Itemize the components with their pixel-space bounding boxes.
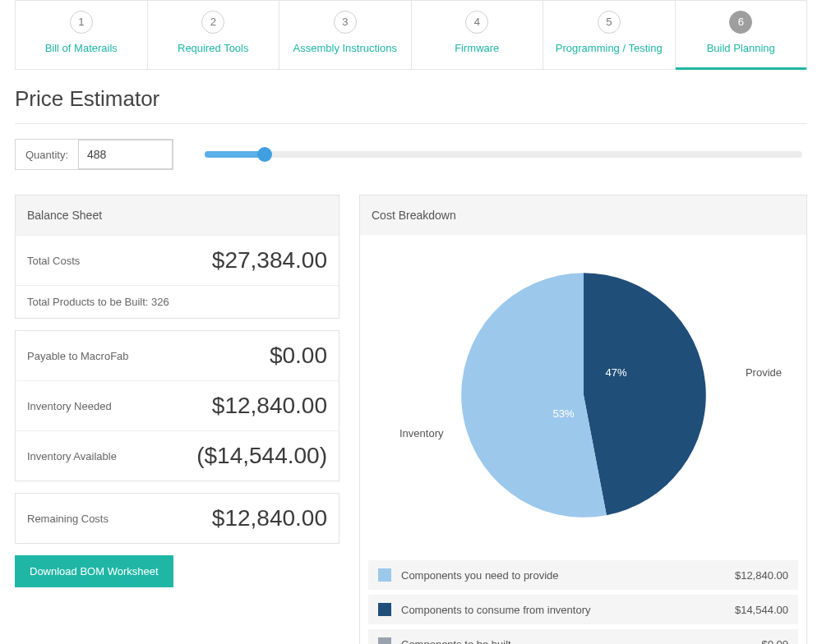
value: $12,840.00 [212,393,327,419]
label: Inventory Available [27,450,117,462]
legend-label: Components you need to provide [401,569,735,582]
download-bom-button[interactable]: Download BOM Worksheet [15,555,173,587]
legend-swatch [378,568,391,582]
step-number: 4 [465,11,488,34]
legend-row-built: Components to be built $0.00 [368,629,798,644]
tab-label: Required Tools [151,42,276,54]
payable-card: Payable to MacroFab $0.00 Inventory Need… [15,330,339,481]
divider [15,123,807,124]
quantity-input[interactable] [78,140,173,169]
quantity-box: Quantity: [15,139,173,170]
row-total-costs: Total Costs $27,384.00 [16,235,339,285]
cost-breakdown-card: Cost Breakdown 53% 47% Inventory Provide… [359,195,807,644]
remaining-card: Remaining Costs $12,840.00 [15,493,339,544]
slider-thumb[interactable] [257,147,272,162]
label: Remaining Costs [27,513,109,525]
legend-value: $12,840.00 [735,569,788,582]
pie-chart: 53% 47% Inventory Provide [360,235,806,555]
value: ($14,544.00) [196,443,327,469]
cost-breakdown-title: Cost Breakdown [360,196,806,235]
legend-row-provide: Components you need to provide $12,840.0… [368,560,798,590]
pct-provide: 47% [606,366,627,379]
balance-sheet-title: Balance Sheet [16,196,339,235]
wizard-tabs: 1 Bill of Materails 2 Required Tools 3 A… [15,0,807,70]
legend-row-inventory: Components to consume from inventory $14… [368,595,798,624]
row-remaining-costs: Remaining Costs $12,840.00 [16,494,339,543]
legend-label: Components to be built [401,638,761,645]
page-title: Price Estimator [15,86,807,112]
tab-build-planning[interactable]: 6 Build Planning [676,1,807,69]
pct-inventory: 53% [553,407,575,420]
label: Total Products to be Built: 326 [27,296,169,308]
tab-label: Assembly Instructions [283,42,408,54]
tab-label: Bill of Materails [19,42,144,54]
legend-swatch [378,637,391,644]
step-number: 3 [334,11,357,34]
tab-bill-of-materials[interactable]: 1 Bill of Materails [16,1,148,69]
legend-swatch [378,603,391,616]
tab-assembly-instructions[interactable]: 3 Assembly Instructions [279,1,412,69]
tab-firmware[interactable]: 4 Firmware [412,1,544,69]
tab-programming-testing[interactable]: 5 Programming / Testing [543,1,676,69]
label: Inventory Needed [27,400,112,412]
quantity-slider[interactable] [205,151,802,158]
row-inventory-available: Inventory Available ($14,544.00) [16,430,339,481]
tab-label: Firmware [415,42,540,54]
row-inventory-needed: Inventory Needed $12,840.00 [16,380,339,430]
tab-label: Build Planning [679,42,804,54]
legend-value: $0.00 [761,638,788,645]
balance-sheet-card: Balance Sheet Total Costs $27,384.00 Tot… [15,195,339,319]
step-number: 5 [598,11,621,34]
tab-required-tools[interactable]: 2 Required Tools [148,1,280,69]
tab-label: Programming / Testing [547,42,672,54]
row-total-products: Total Products to be Built: 326 [16,285,339,318]
pie-label-inventory: Inventory [399,427,443,439]
pie-label-provide: Provide [746,366,782,379]
pie-svg [456,268,711,522]
value: $0.00 [270,343,327,369]
quantity-row: Quantity: [15,139,807,170]
step-number: 1 [70,11,93,34]
label: Total Costs [27,255,80,267]
legend-value: $14,544.00 [735,604,788,616]
label: Payable to MacroFab [27,350,129,362]
step-number: 6 [729,11,752,34]
row-payable: Payable to MacroFab $0.00 [16,331,339,380]
value: $12,840.00 [212,505,327,531]
legend-label: Components to consume from inventory [401,604,735,616]
quantity-label: Quantity: [16,140,78,169]
value: $27,384.00 [212,247,327,274]
legend: Components you need to provide $12,840.0… [360,555,806,644]
step-number: 2 [201,11,224,34]
